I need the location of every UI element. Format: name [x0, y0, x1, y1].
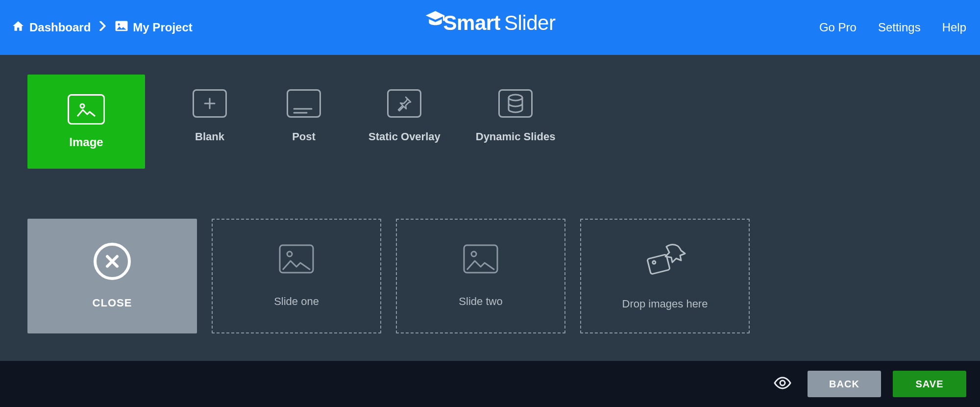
breadcrumb-dashboard[interactable]: Dashboard	[12, 20, 91, 35]
image-icon	[463, 244, 498, 276]
post-icon	[287, 89, 321, 118]
breadcrumb-project-label: My Project	[133, 21, 192, 34]
svg-point-8	[287, 252, 292, 256]
drop-images-icon	[638, 242, 692, 278]
logo-text-2: Slider	[504, 13, 555, 33]
slide-type-label: Image	[69, 135, 103, 149]
database-icon	[498, 89, 533, 118]
breadcrumb-project[interactable]: My Project	[115, 20, 192, 35]
slide-type-label: Static Overlay	[368, 130, 441, 143]
nav-go-pro[interactable]: Go Pro	[819, 21, 857, 34]
close-circle-icon	[94, 243, 131, 280]
slide-type-static-overlay[interactable]: Static Overlay	[368, 75, 441, 143]
svg-point-13	[780, 381, 785, 385]
nav-settings[interactable]: Settings	[878, 21, 921, 34]
breadcrumb-dashboard-label: Dashboard	[29, 21, 91, 34]
eye-icon	[773, 376, 792, 392]
slide-type-label: Dynamic Slides	[476, 130, 556, 143]
slide-type-row: Image Blank Post Static Overlay Dynamic	[27, 75, 980, 169]
main-panel: Image Blank Post Static Overlay Dynamic	[0, 55, 980, 361]
plus-icon	[193, 89, 227, 118]
svg-point-2	[80, 104, 84, 108]
image-icon	[115, 20, 128, 35]
drop-zone-label: Drop images here	[622, 298, 708, 310]
slide-type-label: Post	[292, 130, 316, 143]
svg-point-6	[509, 95, 522, 101]
slides-row: CLOSE Slide one Slide two Drop images	[27, 219, 980, 333]
header-nav: Go Pro Settings Help	[819, 21, 966, 34]
slide-type-label: Blank	[195, 130, 224, 143]
slide-type-post[interactable]: Post	[274, 75, 333, 143]
image-icon	[279, 244, 314, 276]
slide-type-image[interactable]: Image	[27, 75, 145, 169]
back-button[interactable]: BACK	[808, 371, 881, 397]
drop-zone[interactable]: Drop images here	[580, 219, 750, 333]
svg-point-12	[652, 260, 656, 264]
slide-card-label: Slide two	[459, 295, 502, 308]
save-button[interactable]: SAVE	[893, 371, 966, 397]
chevron-right-icon	[99, 21, 106, 34]
footer-bar: BACK SAVE	[0, 361, 980, 407]
close-label: CLOSE	[93, 297, 132, 309]
svg-point-1	[118, 24, 120, 25]
nav-help[interactable]: Help	[942, 21, 966, 34]
logo-text-1: Smart	[443, 13, 501, 33]
close-card[interactable]: CLOSE	[27, 219, 197, 333]
preview-button[interactable]	[769, 372, 796, 396]
breadcrumb: Dashboard My Project	[12, 20, 193, 35]
slide-card-one[interactable]: Slide one	[212, 219, 381, 333]
slide-card-two[interactable]: Slide two	[396, 219, 565, 333]
top-header: Dashboard My Project Smart Slider Go Pro…	[0, 0, 980, 55]
app-logo: Smart Slider	[425, 13, 556, 33]
slide-card-label: Slide one	[274, 295, 319, 308]
image-icon	[68, 94, 105, 125]
slide-type-dynamic-slides[interactable]: Dynamic Slides	[476, 75, 556, 143]
home-icon	[12, 20, 24, 35]
pin-icon	[387, 89, 421, 118]
svg-point-10	[471, 252, 476, 256]
slide-type-blank[interactable]: Blank	[180, 75, 239, 143]
